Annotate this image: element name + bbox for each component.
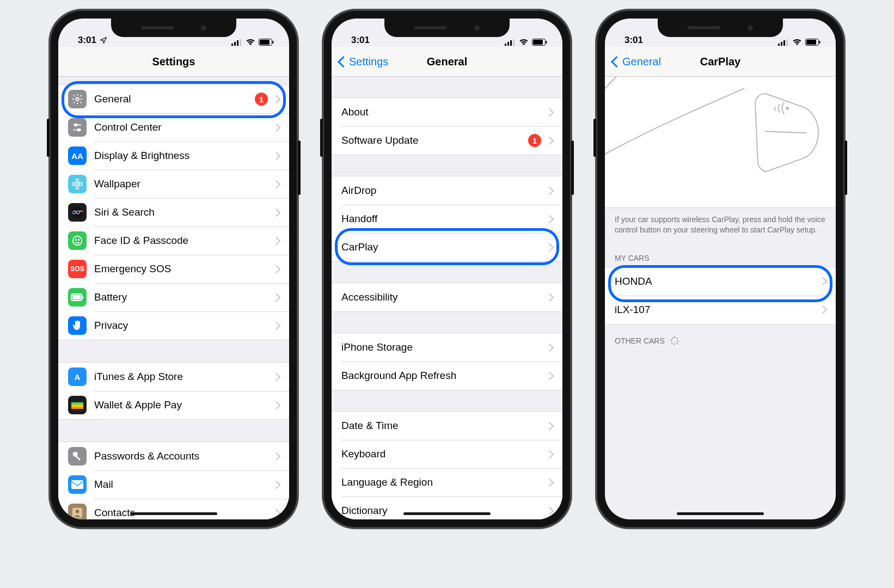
chevron-right-icon bbox=[546, 293, 554, 302]
row-label: iLX-107 bbox=[615, 304, 815, 316]
settings-row-date[interactable]: Date & Time bbox=[332, 412, 562, 440]
key-icon bbox=[68, 447, 87, 465]
svg-rect-34 bbox=[507, 42, 509, 46]
settings-row-kbd[interactable]: Keyboard bbox=[332, 440, 562, 468]
svg-point-13 bbox=[76, 179, 79, 182]
back-button[interactable]: General bbox=[605, 56, 661, 68]
row-label: Wallpaper bbox=[94, 178, 268, 190]
settings-row-acc[interactable]: Accessibility bbox=[332, 283, 562, 311]
spinner-icon bbox=[670, 336, 679, 345]
svg-rect-38 bbox=[533, 40, 543, 45]
home-indicator[interactable] bbox=[130, 512, 217, 515]
chevron-right-icon bbox=[546, 343, 554, 352]
row-label: Date & Time bbox=[341, 420, 541, 432]
settings-row-general[interactable]: General1 bbox=[58, 85, 289, 113]
chevron-right-icon bbox=[546, 186, 554, 195]
settings-row-pw[interactable]: Passwords & Accounts bbox=[58, 442, 289, 470]
contact-icon bbox=[68, 504, 87, 519]
back-label: General bbox=[622, 56, 661, 68]
chevron-right-icon bbox=[272, 509, 281, 517]
chevron-right-icon bbox=[272, 321, 281, 330]
settings-row-display[interactable]: AADisplay & Brightness bbox=[58, 142, 289, 170]
gear-icon bbox=[68, 90, 87, 108]
status-time: 3:01 bbox=[78, 35, 96, 46]
home-indicator[interactable] bbox=[677, 512, 764, 515]
chevron-right-icon bbox=[546, 421, 554, 430]
settings-row-itunes[interactable]: AiTunes & App Store bbox=[58, 363, 289, 391]
settings-row-storage[interactable]: iPhone Storage bbox=[332, 333, 562, 362]
settings-row-about[interactable]: About bbox=[332, 98, 562, 126]
svg-rect-1 bbox=[234, 42, 236, 46]
svg-rect-40 bbox=[778, 44, 780, 46]
svg-point-11 bbox=[78, 128, 80, 131]
chevron-right-icon bbox=[272, 293, 281, 302]
chevron-right-icon bbox=[272, 95, 281, 103]
settings-row-dict[interactable]: Dictionary bbox=[332, 497, 562, 519]
svg-rect-33 bbox=[505, 44, 506, 46]
chevron-right-icon bbox=[546, 108, 554, 117]
row-label: About bbox=[341, 106, 541, 118]
settings-row-ilx[interactable]: iLX-107 bbox=[605, 296, 836, 324]
face-icon bbox=[68, 231, 87, 250]
row-label: Background App Refresh bbox=[341, 370, 541, 382]
home-indicator[interactable] bbox=[403, 512, 491, 515]
svg-rect-23 bbox=[82, 296, 83, 299]
row-label: Passwords & Accounts bbox=[94, 450, 268, 462]
svg-rect-27 bbox=[71, 407, 83, 409]
settings-scroll[interactable]: General1Control CenterAADisplay & Bright… bbox=[58, 77, 289, 519]
settings-row-wallpaper[interactable]: Wallpaper bbox=[58, 170, 289, 198]
settings-row-lang[interactable]: Language & Region bbox=[332, 468, 562, 497]
row-label: Battery bbox=[94, 291, 268, 303]
notch bbox=[384, 19, 510, 37]
settings-row-airdrop[interactable]: AirDrop bbox=[332, 176, 562, 205]
wifi-icon bbox=[246, 39, 255, 46]
siri-icon bbox=[68, 203, 87, 222]
svg-rect-39 bbox=[546, 41, 547, 44]
settings-row-battery[interactable]: Battery bbox=[58, 283, 289, 311]
row-label: General bbox=[94, 93, 255, 105]
svg-point-18 bbox=[73, 236, 82, 246]
chevron-right-icon bbox=[546, 478, 554, 487]
chevron-right-icon bbox=[546, 450, 554, 458]
hand-icon bbox=[68, 316, 87, 335]
settings-row-carplay[interactable]: CarPlay bbox=[332, 233, 562, 261]
settings-row-bgapp[interactable]: Background App Refresh bbox=[332, 362, 562, 390]
chevron-right-icon bbox=[272, 151, 281, 160]
sliders-icon bbox=[68, 118, 87, 137]
row-label: Accessibility bbox=[341, 291, 541, 303]
svg-point-7 bbox=[76, 97, 79, 101]
svg-rect-42 bbox=[783, 40, 785, 46]
chevron-right-icon bbox=[272, 236, 281, 245]
settings-row-swu[interactable]: Software Update1 bbox=[332, 126, 562, 155]
settings-row-handoff[interactable]: Handoff bbox=[332, 205, 562, 233]
phone-frame: 3:01 General CarPlay bbox=[596, 10, 844, 528]
phone-screen: 3:01 Setti bbox=[58, 19, 289, 519]
phone-frame: 3:01 Setti bbox=[50, 10, 298, 528]
carplay-instructions: If your car supports wireless CarPlay, p… bbox=[605, 208, 836, 242]
settings-row-honda[interactable]: HONDA bbox=[605, 267, 836, 296]
svg-point-20 bbox=[78, 239, 79, 240]
settings-row-cc[interactable]: Control Center bbox=[58, 113, 289, 142]
general-scroll[interactable]: AboutSoftware Update1 AirDropHandoffCarP… bbox=[332, 77, 562, 519]
svg-rect-43 bbox=[786, 39, 788, 46]
svg-rect-41 bbox=[781, 42, 782, 46]
mycars-header: MY CARS bbox=[605, 242, 836, 267]
settings-row-contacts[interactable]: Contacts bbox=[58, 499, 289, 519]
settings-row-faceid[interactable]: Face ID & Passcode bbox=[58, 226, 289, 255]
carplay-scroll[interactable]: If your car supports wireless CarPlay, p… bbox=[605, 77, 836, 519]
svg-point-9 bbox=[75, 124, 77, 126]
settings-row-siri[interactable]: Siri & Search bbox=[58, 198, 289, 226]
settings-row-sos[interactable]: SOSEmergency SOS bbox=[58, 255, 289, 283]
svg-point-15 bbox=[72, 182, 76, 186]
nav-header: General CarPlay bbox=[605, 47, 836, 77]
settings-row-privacy[interactable]: Privacy bbox=[58, 311, 289, 340]
svg-rect-45 bbox=[806, 40, 816, 45]
back-button[interactable]: Settings bbox=[332, 56, 388, 68]
notification-badge: 1 bbox=[255, 93, 268, 106]
settings-row-wallet[interactable]: Wallet & Apple Pay bbox=[58, 391, 289, 419]
chevron-left-icon bbox=[338, 56, 349, 67]
chevron-right-icon bbox=[272, 265, 281, 273]
settings-row-mail[interactable]: Mail bbox=[58, 470, 289, 499]
svg-rect-6 bbox=[273, 41, 274, 44]
notification-badge: 1 bbox=[528, 134, 541, 147]
